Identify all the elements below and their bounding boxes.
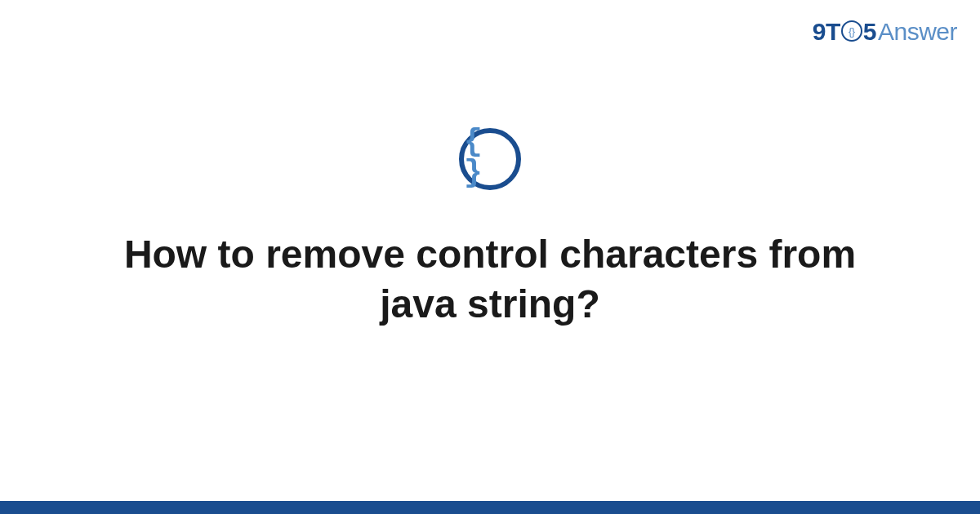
main-content: { } How to remove control characters fro… — [0, 0, 980, 514]
footer-bar — [0, 501, 980, 514]
code-braces-icon: { } — [459, 128, 521, 190]
question-title: How to remove control characters from ja… — [82, 229, 898, 330]
braces-glyph: { } — [464, 126, 516, 188]
